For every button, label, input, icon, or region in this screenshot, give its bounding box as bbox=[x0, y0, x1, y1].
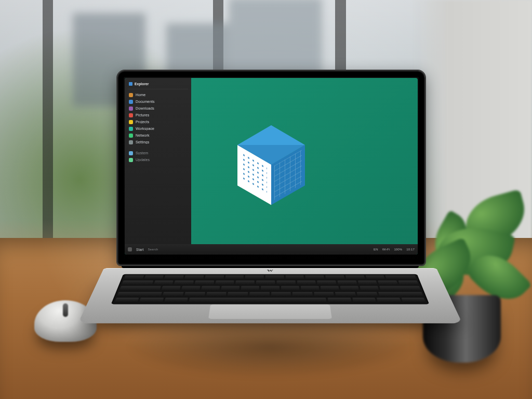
sidebar-footer-item[interactable]: Updates bbox=[128, 156, 188, 163]
folder-icon bbox=[129, 134, 133, 138]
sidebar-item-label: Network bbox=[136, 134, 150, 137]
search-field[interactable]: Search bbox=[148, 248, 158, 251]
laptop-screen: Explorer Home Documents Downloads bbox=[125, 78, 418, 255]
sidebar-item[interactable]: Settings bbox=[128, 139, 188, 145]
sidebar-title-label: Explorer bbox=[135, 82, 149, 86]
sidebar-panel: Explorer Home Documents Downloads bbox=[125, 78, 191, 244]
photo-scene: Explorer Home Documents Downloads bbox=[0, 0, 532, 399]
sidebar-item-label: Settings bbox=[136, 140, 149, 144]
sidebar-item[interactable]: Network bbox=[128, 132, 188, 139]
start-icon[interactable] bbox=[128, 247, 132, 251]
update-icon bbox=[129, 158, 133, 162]
laptop-lid: Explorer Home Documents Downloads bbox=[117, 71, 425, 265]
sidebar-item-label: System bbox=[136, 151, 148, 155]
sidebar-item-label: Workspace bbox=[136, 127, 154, 130]
sidebar-item-label: Pictures bbox=[136, 113, 149, 117]
laptop: Explorer Home Documents Downloads bbox=[117, 71, 423, 377]
trackpad bbox=[208, 304, 332, 320]
sidebar-item-label: Home bbox=[136, 93, 145, 97]
sidebar-item-label: Projects bbox=[136, 120, 149, 124]
sidebar-item[interactable]: Projects bbox=[128, 118, 188, 125]
sidebar-item[interactable]: Pictures bbox=[128, 112, 188, 118]
keyboard bbox=[111, 274, 430, 304]
sidebar-item[interactable]: Home bbox=[128, 91, 188, 98]
sidebar-item-label: Updates bbox=[136, 158, 150, 162]
sidebar-title: Explorer bbox=[128, 81, 188, 89]
start-button[interactable]: Start bbox=[136, 248, 143, 251]
folder-icon bbox=[129, 127, 133, 131]
taskbar: Start Search EN Wi-Fi 100% 10:17 bbox=[125, 244, 418, 255]
tray-battery[interactable]: 100% bbox=[394, 248, 402, 251]
sidebar-item[interactable]: Downloads bbox=[128, 105, 188, 112]
laptop-deck: W bbox=[78, 268, 462, 323]
folder-icon bbox=[129, 113, 133, 117]
folder-icon bbox=[129, 93, 133, 97]
laptop-brand-logo: W bbox=[267, 269, 274, 273]
sidebar-item[interactable]: Workspace bbox=[128, 125, 188, 132]
tray-lang[interactable]: EN bbox=[374, 248, 378, 251]
tray-wifi[interactable]: Wi-Fi bbox=[382, 248, 390, 251]
desktop-cube-logo bbox=[237, 125, 305, 193]
app-icon bbox=[129, 82, 132, 86]
sidebar-item-label: Documents bbox=[136, 100, 155, 103]
tray-clock[interactable]: 10:17 bbox=[406, 248, 415, 251]
sidebar-footer-item[interactable]: System bbox=[128, 150, 188, 156]
system-icon bbox=[129, 151, 133, 155]
gear-icon bbox=[129, 140, 133, 144]
folder-icon bbox=[129, 107, 133, 111]
folder-icon bbox=[129, 100, 133, 104]
sidebar-item-label: Downloads bbox=[136, 107, 154, 110]
sidebar-item[interactable]: Documents bbox=[128, 98, 188, 105]
folder-icon bbox=[129, 120, 133, 124]
